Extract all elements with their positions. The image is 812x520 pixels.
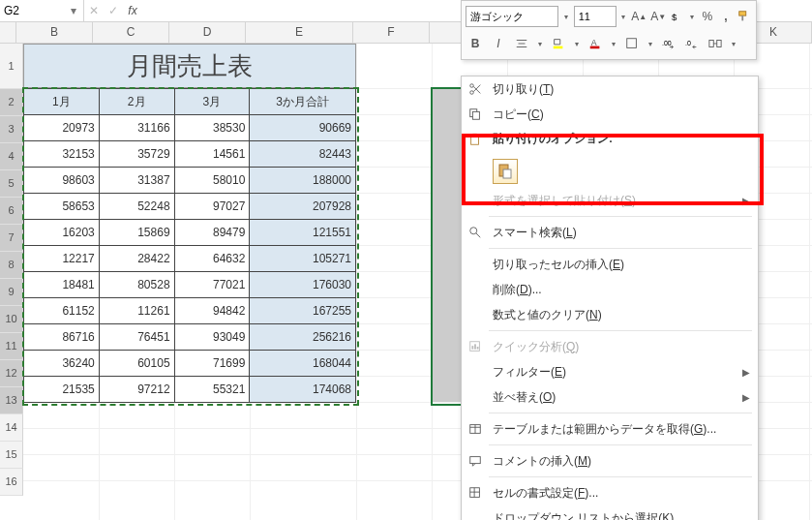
data-cell[interactable]: 76451 <box>99 324 174 351</box>
col-header-b[interactable]: B <box>16 22 93 43</box>
font-color-dropdown-icon[interactable]: ▾ <box>609 34 618 53</box>
font-size-dropdown-icon[interactable]: ▾ <box>620 7 628 26</box>
increase-font-icon[interactable]: A▲ <box>631 7 647 26</box>
table-row[interactable]: 32153357291456182443 <box>24 141 356 168</box>
data-cell[interactable]: 89479 <box>174 220 250 246</box>
ctx-cut[interactable]: 切り取り(T) <box>462 76 758 102</box>
comma-format-icon[interactable]: , <box>718 7 733 26</box>
fill-color-icon[interactable] <box>549 34 568 53</box>
bold-icon[interactable]: B <box>466 34 485 53</box>
data-cell[interactable]: 20973 <box>24 115 100 141</box>
header-month2[interactable]: 2月 <box>99 89 174 115</box>
header-total[interactable]: 3か月合計 <box>250 89 356 115</box>
table-row[interactable]: 362406010571699168044 <box>24 351 356 377</box>
row-header[interactable]: 6 <box>0 198 23 225</box>
data-cell[interactable]: 60105 <box>99 351 174 377</box>
ctx-delete[interactable]: 削除(D)... <box>462 277 758 302</box>
data-cell[interactable]: 93049 <box>174 324 250 351</box>
ctx-smart-lookup[interactable]: スマート検索(L) <box>462 220 758 245</box>
borders-icon[interactable] <box>622 34 642 53</box>
name-box-input[interactable] <box>0 2 66 19</box>
borders-dropdown-icon[interactable]: ▾ <box>646 34 655 53</box>
row-header[interactable]: 2 <box>0 89 23 116</box>
data-cell[interactable]: 52248 <box>99 194 174 220</box>
percent-format-icon[interactable]: % <box>700 7 714 26</box>
table-row[interactable]: 586535224897027207928 <box>24 194 356 220</box>
fill-color-dropdown-icon[interactable]: ▾ <box>572 34 582 53</box>
table-row[interactable]: 162031586989479121551 <box>24 220 356 246</box>
paste-default-button[interactable] <box>493 159 518 184</box>
data-cell[interactable]: 97212 <box>99 377 174 403</box>
data-cell[interactable]: 64632 <box>174 246 250 272</box>
row-header[interactable]: 13 <box>0 387 23 414</box>
row-header[interactable]: 11 <box>0 333 23 360</box>
data-cell[interactable]: 14561 <box>174 141 250 168</box>
data-cell[interactable]: 77021 <box>174 272 250 298</box>
name-box-dropdown-icon[interactable]: ▾ <box>66 4 81 17</box>
accounting-format-icon[interactable]: $ <box>670 7 684 26</box>
data-cell[interactable]: 55321 <box>174 377 250 403</box>
data-cell[interactable]: 28422 <box>99 246 174 272</box>
data-cell[interactable]: 38530 <box>174 115 250 141</box>
row-header[interactable]: 7 <box>0 225 23 252</box>
table-row[interactable]: 986033138758010188000 <box>24 168 356 194</box>
data-cell[interactable]: 21535 <box>24 377 100 403</box>
ctx-dropdown-pick[interactable]: ドロップダウン リストから選択(K)... <box>462 505 758 520</box>
align-center-icon[interactable] <box>512 34 531 53</box>
ctx-sort[interactable]: 並べ替え(O) ▶ <box>462 384 758 410</box>
data-cell[interactable]: 16203 <box>24 220 100 246</box>
row-header[interactable]: 8 <box>0 252 23 279</box>
col-header-f[interactable]: F <box>353 22 430 43</box>
header-month3[interactable]: 3月 <box>174 89 250 115</box>
data-cell[interactable]: 94842 <box>174 298 250 324</box>
data-cell[interactable]: 18481 <box>24 272 100 298</box>
data-cell[interactable]: 207928 <box>250 194 356 220</box>
font-color-icon[interactable]: A <box>586 34 605 53</box>
select-all-corner[interactable] <box>0 22 16 43</box>
data-cell[interactable]: 97027 <box>174 194 250 220</box>
data-cell[interactable]: 58010 <box>174 168 250 194</box>
table-row[interactable]: 122172842264632105271 <box>24 246 356 272</box>
ctx-get-data[interactable]: テーブルまたは範囲からデータを取得(G)... <box>462 416 758 442</box>
row-header[interactable]: 16 <box>0 469 23 496</box>
row-header[interactable]: 10 <box>0 306 23 333</box>
data-cell[interactable]: 12217 <box>24 246 100 272</box>
data-cell[interactable]: 176030 <box>250 272 356 298</box>
ctx-insert-comment[interactable]: コメントの挿入(M) <box>462 448 758 474</box>
data-cell[interactable]: 121551 <box>250 220 356 246</box>
data-cell[interactable]: 71699 <box>174 351 250 377</box>
ctx-clear-contents[interactable]: 数式と値のクリア(N) <box>462 302 758 327</box>
table-row[interactable]: 215359721255321174068 <box>24 377 356 403</box>
increase-decimal-icon[interactable]: .00 <box>659 34 678 53</box>
name-box[interactable]: ▾ <box>0 0 84 21</box>
data-cell[interactable]: 188000 <box>250 168 356 194</box>
merge-dropdown-icon[interactable]: ▾ <box>729 34 738 53</box>
font-name-input[interactable] <box>466 6 558 27</box>
accounting-dropdown-icon[interactable]: ▾ <box>688 7 696 26</box>
data-cell[interactable]: 174068 <box>250 377 356 403</box>
align-dropdown-icon[interactable]: ▾ <box>535 34 545 53</box>
data-cell[interactable]: 31387 <box>99 168 174 194</box>
data-cell[interactable]: 58653 <box>24 194 100 220</box>
ctx-copy[interactable]: コピー(C) <box>462 102 758 127</box>
table-row[interactable]: 611521126194842167255 <box>24 298 356 324</box>
ctx-format-cells[interactable]: セルの書式設定(F)... <box>462 480 758 505</box>
ctx-insert-cut-cells[interactable]: 切り取ったセルの挿入(E) <box>462 252 758 277</box>
row-header[interactable]: 12 <box>0 360 23 387</box>
data-cell[interactable]: 61152 <box>24 298 100 324</box>
col-header-c[interactable]: C <box>93 22 169 43</box>
data-cell[interactable]: 168044 <box>250 351 356 377</box>
row-header[interactable]: 14 <box>0 414 23 442</box>
table-row[interactable]: 184818052877021176030 <box>24 272 356 298</box>
format-painter-icon[interactable] <box>737 7 752 26</box>
data-cell[interactable]: 15869 <box>99 220 174 246</box>
ctx-filter[interactable]: フィルター(E) ▶ <box>462 359 758 384</box>
data-cell[interactable]: 167255 <box>250 298 356 324</box>
data-cell[interactable]: 31166 <box>99 115 174 141</box>
data-cell[interactable]: 98603 <box>24 168 100 194</box>
data-cell[interactable]: 80528 <box>99 272 174 298</box>
table-row[interactable]: 867167645193049256216 <box>24 324 356 351</box>
header-month1[interactable]: 1月 <box>24 89 100 115</box>
row-header[interactable]: 1 <box>0 44 23 89</box>
italic-icon[interactable]: I <box>489 34 508 53</box>
